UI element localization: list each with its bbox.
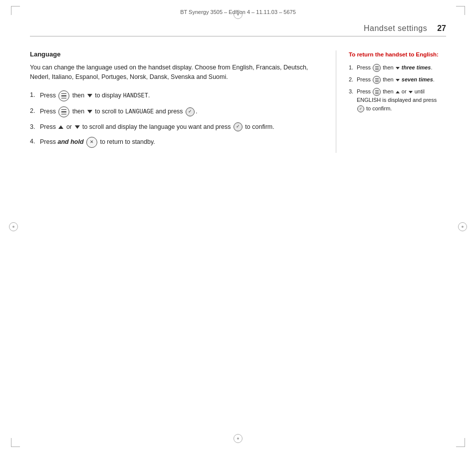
- sm-menu-icon-3: [373, 88, 381, 96]
- close-icon-1: ✕: [86, 137, 97, 148]
- intro-text: You can change the language used on the …: [30, 63, 321, 82]
- handset-text: HANDSET: [123, 92, 148, 99]
- corner-mark-tr: [456, 6, 465, 15]
- step-3-num: 3.: [30, 122, 40, 132]
- right-step-2-num: 2.: [349, 75, 357, 84]
- sm-confirm-icon-1: [357, 105, 364, 112]
- step-1-content: Press then to display HANDSET.: [40, 90, 321, 101]
- page-title-text: Handset settings: [364, 24, 427, 33]
- language-text: LANGUAGE: [125, 108, 154, 115]
- reg-mark-bottom: [234, 434, 242, 443]
- right-step-1-content: Press then three times.: [357, 63, 446, 72]
- step-1-num: 1.: [30, 90, 40, 100]
- corner-mark-bl: [11, 438, 20, 447]
- steps-list: 1. Press then to display HANDSET. 2. Pre…: [30, 90, 321, 148]
- content-area: Language You can change the language use…: [0, 36, 476, 153]
- confirm-icon-2: [234, 122, 242, 131]
- step-3-content: Press or to scroll and display the langu…: [40, 122, 321, 132]
- step-4-num: 4.: [30, 137, 40, 146]
- sm-menu-icon-2: [373, 76, 381, 84]
- arrow-up-icon-1: [58, 125, 63, 129]
- reg-mark-top: [234, 10, 242, 19]
- sm-arrow-down-2: [396, 79, 400, 81]
- right-step-1: 1. Press then three times.: [349, 63, 446, 72]
- step-2: 2. Press then to scroll to LANGUAGE and …: [30, 106, 321, 117]
- reg-mark-left: [9, 222, 18, 231]
- sm-arrow-up-1: [396, 91, 400, 93]
- right-heading: To return the handset to English:: [349, 50, 446, 58]
- page: BT Synergy 3505 – Edition 4 – 11.11.03 –…: [0, 0, 476, 453]
- section-heading: Language: [30, 50, 321, 58]
- right-step-3: 3. Press then or until ENGLISH is displa…: [349, 87, 446, 112]
- arrow-down-icon-3: [75, 125, 80, 129]
- confirm-icon-1: [186, 107, 195, 116]
- right-step-1-num: 1.: [349, 63, 357, 72]
- step-2-num: 2.: [30, 106, 40, 116]
- right-step-3-content: Press then or until ENGLISH is displayed…: [357, 87, 446, 112]
- corner-mark-br: [456, 438, 465, 447]
- left-column: Language You can change the language use…: [30, 50, 336, 153]
- step-3: 3. Press or to scroll and display the la…: [30, 122, 321, 132]
- page-number: 27: [437, 24, 446, 33]
- page-title-row: Handset settings 27: [0, 19, 476, 36]
- reg-mark-right: [458, 222, 467, 231]
- corner-mark-tl: [11, 6, 20, 15]
- step-4: 4. Press and hold ✕ to return to standby…: [30, 137, 321, 148]
- right-column: To return the handset to English: 1. Pre…: [336, 50, 446, 153]
- sm-menu-icon-1: [373, 64, 381, 72]
- right-step-3-num: 3.: [349, 87, 357, 96]
- arrow-down-icon-1: [87, 94, 92, 97]
- sm-arrow-down-1: [396, 67, 400, 69]
- menu-icon-2: [58, 106, 69, 117]
- right-step-2-content: Press then seven times.: [357, 75, 446, 84]
- right-steps-list: 1. Press then three times. 2. Press: [349, 63, 446, 112]
- step-4-content: Press and hold ✕ to return to standby.: [40, 137, 321, 148]
- menu-icon-1: [58, 90, 69, 101]
- sm-arrow-down-3: [409, 91, 413, 93]
- step-2-content: Press then to scroll to LANGUAGE and pre…: [40, 106, 321, 117]
- step-1: 1. Press then to display HANDSET.: [30, 90, 321, 101]
- arrow-down-icon-2: [87, 110, 92, 113]
- right-step-2: 2. Press then seven times.: [349, 75, 446, 84]
